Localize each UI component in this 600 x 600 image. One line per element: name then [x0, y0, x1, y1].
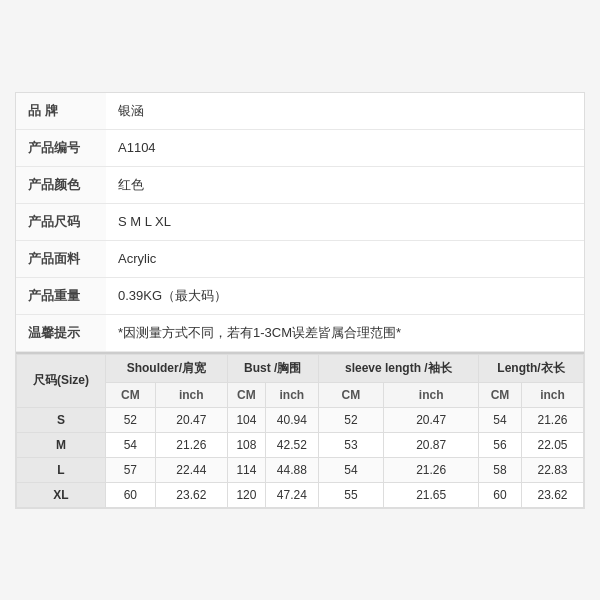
size-row: S 52 20.47 104 40.94 52 20.47 54 21.26: [17, 407, 584, 432]
sleeve-cm: 55: [318, 482, 384, 507]
info-label: 产品编号: [16, 129, 106, 166]
length-inch: 22.83: [521, 457, 583, 482]
shoulder-cm: 52: [105, 407, 155, 432]
info-label: 品 牌: [16, 93, 106, 130]
sleeve-inch: 21.65: [384, 482, 479, 507]
info-label: 温馨提示: [16, 314, 106, 351]
info-row: 产品重量 0.39KG（最大码）: [16, 277, 584, 314]
col-group-header: Length/衣长: [479, 354, 584, 382]
inch-subheader: inch: [266, 382, 319, 407]
length-cm: 54: [479, 407, 522, 432]
info-row: 产品编号 A1104: [16, 129, 584, 166]
cm-subheader: CM: [479, 382, 522, 407]
info-row: 产品颜色 红色: [16, 166, 584, 203]
cm-subheader: CM: [105, 382, 155, 407]
info-row: 品 牌 银涵: [16, 93, 584, 130]
sleeve-cm: 53: [318, 432, 384, 457]
bust-cm: 108: [227, 432, 265, 457]
info-label: 产品尺码: [16, 203, 106, 240]
shoulder-cm: 60: [105, 482, 155, 507]
length-inch: 23.62: [521, 482, 583, 507]
info-value: S M L XL: [106, 203, 584, 240]
info-row: 产品面料 Acrylic: [16, 240, 584, 277]
length-cm: 60: [479, 482, 522, 507]
shoulder-cm: 54: [105, 432, 155, 457]
inch-subheader: inch: [384, 382, 479, 407]
sleeve-cm: 54: [318, 457, 384, 482]
info-value: 银涵: [106, 93, 584, 130]
size-table: 尺码(Size)Shoulder/肩宽Bust /胸围sleeve length…: [16, 354, 584, 508]
sleeve-inch: 20.87: [384, 432, 479, 457]
info-label: 产品颜色: [16, 166, 106, 203]
info-row: 产品尺码 S M L XL: [16, 203, 584, 240]
info-label: 产品重量: [16, 277, 106, 314]
size-section: 尺码(Size)Shoulder/肩宽Bust /胸围sleeve length…: [16, 352, 584, 508]
length-cm: 56: [479, 432, 522, 457]
inch-subheader: inch: [521, 382, 583, 407]
bust-cm: 120: [227, 482, 265, 507]
inch-subheader: inch: [155, 382, 227, 407]
bust-inch: 44.88: [266, 457, 319, 482]
cm-subheader: CM: [318, 382, 384, 407]
info-label: 产品面料: [16, 240, 106, 277]
size-col-header: 尺码(Size): [17, 354, 106, 407]
size-label: S: [17, 407, 106, 432]
bust-inch: 40.94: [266, 407, 319, 432]
length-inch: 21.26: [521, 407, 583, 432]
sleeve-inch: 21.26: [384, 457, 479, 482]
bust-inch: 47.24: [266, 482, 319, 507]
shoulder-cm: 57: [105, 457, 155, 482]
shoulder-inch: 23.62: [155, 482, 227, 507]
size-row: M 54 21.26 108 42.52 53 20.87 56 22.05: [17, 432, 584, 457]
cm-subheader: CM: [227, 382, 265, 407]
info-value: A1104: [106, 129, 584, 166]
col-group-header: sleeve length /袖长: [318, 354, 478, 382]
shoulder-inch: 21.26: [155, 432, 227, 457]
shoulder-inch: 22.44: [155, 457, 227, 482]
col-group-header: Shoulder/肩宽: [105, 354, 227, 382]
info-value: 0.39KG（最大码）: [106, 277, 584, 314]
info-value: *因测量方式不同，若有1-3CM误差皆属合理范围*: [106, 314, 584, 351]
info-row: 温馨提示 *因测量方式不同，若有1-3CM误差皆属合理范围*: [16, 314, 584, 351]
size-row: XL 60 23.62 120 47.24 55 21.65 60 23.62: [17, 482, 584, 507]
sleeve-inch: 20.47: [384, 407, 479, 432]
info-table: 品 牌 银涵 产品编号 A1104 产品颜色 红色 产品尺码 S M L XL …: [16, 93, 584, 352]
size-label: L: [17, 457, 106, 482]
bust-cm: 104: [227, 407, 265, 432]
col-group-header: Bust /胸围: [227, 354, 318, 382]
shoulder-inch: 20.47: [155, 407, 227, 432]
length-cm: 58: [479, 457, 522, 482]
bust-cm: 114: [227, 457, 265, 482]
length-inch: 22.05: [521, 432, 583, 457]
sleeve-cm: 52: [318, 407, 384, 432]
bust-inch: 42.52: [266, 432, 319, 457]
size-label: XL: [17, 482, 106, 507]
size-row: L 57 22.44 114 44.88 54 21.26 58 22.83: [17, 457, 584, 482]
size-label: M: [17, 432, 106, 457]
info-value: 红色: [106, 166, 584, 203]
product-info-container: 品 牌 银涵 产品编号 A1104 产品颜色 红色 产品尺码 S M L XL …: [15, 92, 585, 509]
info-value: Acrylic: [106, 240, 584, 277]
